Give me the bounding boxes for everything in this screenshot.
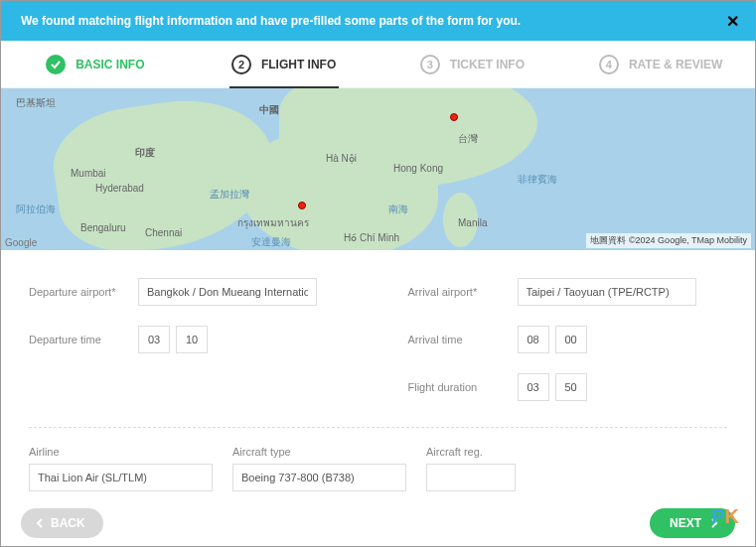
arrival-time-label: Arrival time	[408, 334, 518, 345]
map-label: 台灣	[458, 132, 478, 146]
map-label: 印度	[135, 146, 155, 160]
map-label: 中國	[259, 103, 279, 117]
departure-hour-input[interactable]	[138, 326, 170, 353]
arrival-column: Arrival airport* Arrival time Flight dur…	[408, 278, 728, 421]
aircraft-row: Airline Aircraft type Aircraft reg.	[1, 446, 755, 491]
map-copyright: 地圖資料 ©2024 Google, TMap Mobility	[586, 233, 751, 248]
map-label: Bengaluru	[80, 222, 126, 233]
map-label: กรุงเทพมหานคร	[237, 215, 309, 230]
step-label: FLIGHT INFO	[261, 58, 336, 71]
duration-minute-input[interactable]	[555, 373, 587, 401]
step-number-icon: 2	[231, 55, 251, 74]
map-label: Hong Kong	[393, 163, 443, 174]
map-label: 阿拉伯海	[16, 203, 56, 216]
departure-column: Departure airport* Departure time	[29, 278, 349, 421]
map-label: 菲律賓海	[518, 173, 557, 187]
step-number-icon: 3	[420, 55, 440, 74]
aircraft-type-label: Aircraft type	[232, 446, 406, 458]
origin-pin-icon	[298, 202, 306, 209]
aircraft-reg-input[interactable]	[426, 464, 516, 491]
step-ticket-info[interactable]: 3 TICKET INFO	[378, 41, 567, 87]
departure-airport-label: Departure airport*	[29, 286, 138, 298]
step-label: RATE & REVIEW	[629, 58, 722, 71]
map-label: Chennai	[145, 227, 182, 238]
arrival-airport-label: Arrival airport*	[408, 286, 518, 298]
step-label: TICKET INFO	[450, 58, 525, 71]
destination-pin-icon	[450, 113, 458, 121]
form-footer: BACK NEXT	[1, 508, 755, 538]
flight-form-window: We found matching flight information and…	[0, 0, 756, 547]
chevron-right-icon	[709, 518, 719, 528]
google-logo: Google	[5, 237, 37, 248]
next-button-label: NEXT	[670, 516, 701, 530]
aircraft-type-input[interactable]	[232, 464, 406, 491]
info-banner: We found matching flight information and…	[1, 1, 755, 41]
arrival-airport-input[interactable]	[518, 278, 696, 306]
next-button[interactable]: NEXT	[650, 508, 735, 538]
duration-hour-input[interactable]	[518, 373, 549, 401]
departure-minute-input[interactable]	[176, 326, 208, 353]
map-label: 巴基斯坦	[16, 96, 56, 110]
arrival-minute-input[interactable]	[555, 326, 587, 353]
step-nav: BASIC INFO 2 FLIGHT INFO 3 TICKET INFO 4…	[1, 41, 755, 88]
back-button[interactable]: BACK	[21, 508, 103, 538]
airline-label: Airline	[29, 446, 213, 458]
map-label: Hà Nội	[326, 153, 357, 164]
close-icon[interactable]: ✕	[726, 12, 739, 31]
departure-airport-input[interactable]	[138, 278, 317, 306]
map-label: Hồ Chí Minh	[344, 232, 399, 243]
check-icon	[46, 55, 66, 74]
duration-label: Flight duration	[408, 381, 518, 393]
step-rate-review[interactable]: 4 RATE & REVIEW	[566, 41, 755, 87]
map-label: 孟加拉灣	[210, 188, 249, 202]
map-label: Mumbai	[71, 168, 106, 179]
aircraft-reg-label: Aircraft reg.	[426, 446, 516, 458]
back-button-label: BACK	[51, 516, 85, 530]
info-banner-text: We found matching flight information and…	[21, 14, 521, 28]
step-basic-info[interactable]: BASIC INFO	[1, 41, 190, 87]
route-map[interactable]: 印度 Mumbai Hyderabad Bengaluru Chennai กร…	[1, 88, 755, 250]
map-label: 南海	[388, 203, 408, 216]
map-label: 安達曼海	[251, 235, 291, 249]
departure-time-label: Departure time	[29, 334, 138, 345]
divider	[29, 427, 727, 428]
airline-input[interactable]	[29, 464, 213, 491]
step-number-icon: 4	[599, 55, 619, 74]
arrival-hour-input[interactable]	[518, 326, 549, 353]
map-label: Manila	[458, 217, 487, 228]
map-label: Hyderabad	[95, 183, 144, 194]
chevron-left-icon	[35, 518, 45, 528]
flight-form: Departure airport* Departure time Arriva…	[1, 250, 755, 421]
step-flight-info[interactable]: 2 FLIGHT INFO	[190, 41, 378, 87]
step-label: BASIC INFO	[76, 58, 144, 71]
